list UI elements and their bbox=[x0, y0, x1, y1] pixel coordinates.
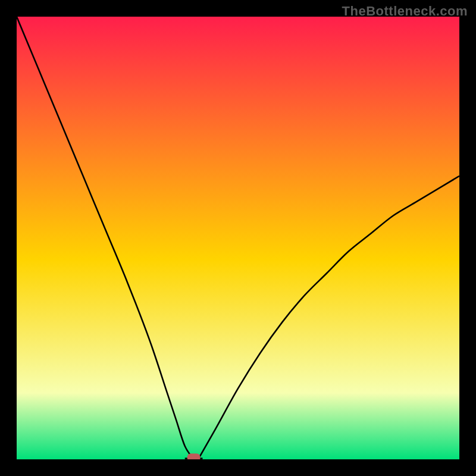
plot-area bbox=[17, 17, 459, 459]
gradient-background bbox=[17, 17, 459, 459]
watermark-text: TheBottleneck.com bbox=[342, 4, 468, 19]
chart-container: TheBottleneck.com bbox=[0, 0, 476, 476]
chart-svg bbox=[17, 17, 459, 459]
optimal-marker bbox=[187, 453, 201, 459]
